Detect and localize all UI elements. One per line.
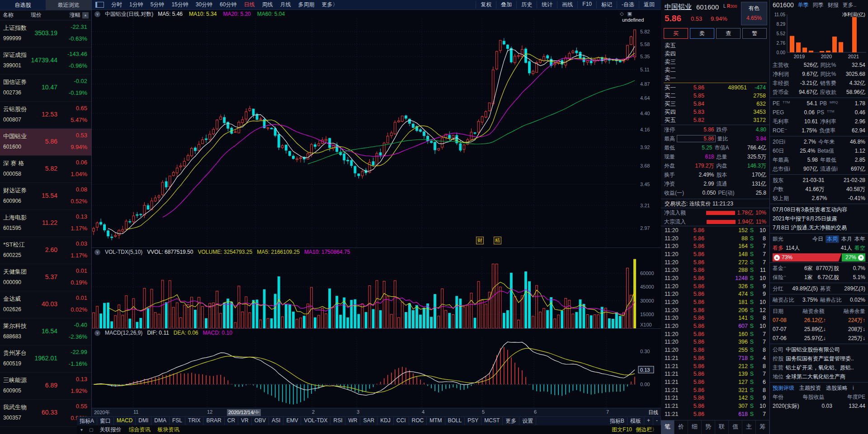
diamond-icon[interactable]: ◇ [620, 11, 627, 16]
net-profit-chart[interactable]: 11.058.295.522.760.00净利润(亿)201920202021 [770, 10, 868, 61]
watchlist-row[interactable]: *ST松江6002252.600.031.17% [0, 237, 91, 264]
window-icon[interactable]: ▢ [89, 427, 93, 432]
quote-tab-价[interactable]: 价 [675, 420, 688, 434]
sector-badge[interactable]: 有色 4.65% [741, 2, 767, 25]
news-line[interactable]: 07月08日有3条投资者互动内容 [770, 205, 868, 214]
date-tick[interactable]: 11 [133, 409, 138, 415]
macd-chart[interactable]: 0.300.130.00 [92, 338, 661, 408]
indicator-VR[interactable]: VR [238, 417, 252, 425]
volume-chart[interactable]: 60000450003000015000X100 [92, 257, 661, 328]
collapse-chevron-icon[interactable]: ∨ [94, 249, 100, 255]
quote-tab-细[interactable]: 细 [688, 420, 702, 434]
tool-叠加[interactable]: 叠加 [496, 1, 516, 9]
collapse-chevron-icon[interactable]: ∨ [94, 330, 100, 336]
indicator--[interactable]: - [653, 417, 661, 425]
sort-icon[interactable]: ▲ [82, 12, 89, 19]
indicator-VOL-TDX[interactable]: VOL-TDX [301, 417, 330, 425]
date-axis[interactable]: 日线 2020年11122020/12/14/一1234567 [92, 408, 661, 417]
indicator-PSY[interactable]: PSY [465, 417, 481, 425]
watchlist-row[interactable]: 云铝股份00080712.530.655.47% [0, 102, 91, 129]
period-周线[interactable]: 周线 [258, 1, 276, 9]
period-日线[interactable]: 日线 [240, 1, 258, 9]
quote-tab-势[interactable]: 势 [702, 420, 715, 434]
status-关联报价[interactable]: 关联报价 [99, 426, 121, 434]
button-卖[interactable]: 卖 [690, 28, 714, 39]
news-line[interactable]: 2021年中报于8月25日披露 [770, 214, 868, 223]
sidepanel-link[interactable]: 侧边栏〉 [636, 426, 657, 434]
quote-tab-主[interactable]: 主 [742, 420, 756, 434]
watchlist-row[interactable]: 莱尔科技68868316.54-0.40-2.36% [0, 318, 91, 345]
event-marker-财[interactable]: 财 [476, 237, 484, 244]
indicator-BOLL[interactable]: BOLL [445, 417, 465, 425]
indicator-RSI[interactable]: RSI [330, 417, 345, 425]
f10-link[interactable]: 图文F10 [612, 426, 632, 434]
watchlist-row[interactable]: 国信证券00273610.47-0.02-0.19% [0, 75, 91, 102]
watchlist-row[interactable]: 金达威00262640.030.010.02% [0, 291, 91, 318]
link-i[interactable]: i [853, 385, 854, 391]
indicator-窗口[interactable]: 窗口 [97, 417, 114, 425]
col-change[interactable]: 涨幅 [70, 11, 80, 19]
indicator-WR[interactable]: WR [345, 417, 360, 425]
date-tick[interactable]: 7 [606, 409, 609, 415]
kline-chart[interactable]: 5.825.585.355.114.874.644.404.163.923.68… [92, 18, 661, 247]
date-tick[interactable]: 2 [312, 409, 315, 415]
indicator-CCI[interactable]: CCI [394, 417, 409, 425]
indicator-ASI[interactable]: ASI [269, 417, 283, 425]
quote-tab-联[interactable]: 联 [715, 420, 729, 434]
col-price[interactable]: 现价 [14, 11, 42, 19]
indicator-EMV[interactable]: EMV [283, 417, 301, 425]
date-tick[interactable]: 6 [534, 409, 537, 415]
tool-画线[interactable]: 画线 [557, 1, 577, 9]
quote-stock-name[interactable]: 中国铝业 [665, 3, 692, 11]
chart-corner-icons[interactable]: ◇▣ [620, 11, 636, 17]
link-预测评级[interactable]: 预测评级 [773, 384, 794, 392]
quote-tab-筹[interactable]: 筹 [756, 420, 769, 434]
indicator-MCST[interactable]: MCST [481, 417, 503, 425]
indicator-模板[interactable]: 模板 [627, 417, 644, 425]
period-5分钟[interactable]: 5分钟 [147, 1, 168, 9]
tick-list[interactable]: 11:205.86152S1011:205.8688S811:205.86164… [661, 226, 769, 418]
split-window-icon[interactable]: ▣ [627, 11, 636, 16]
indicator-ROC[interactable]: ROC [409, 417, 427, 425]
period-1分钟[interactable]: 1分钟 [126, 1, 147, 9]
link-选股策略[interactable]: 选股策略 [826, 384, 848, 392]
quote-tab-值[interactable]: 值 [729, 420, 742, 434]
period-多周期[interactable]: 多周期 [294, 1, 318, 9]
f10-tab-财报[interactable]: 财报 [828, 1, 839, 9]
layout-icon[interactable] [95, 2, 104, 8]
f10-tab-更多..[interactable]: 更多.. [843, 1, 857, 9]
indicator-KDJ[interactable]: KDJ [377, 417, 394, 425]
indicator-FSL[interactable]: FSL [170, 417, 185, 425]
date-tick[interactable]: 3 [357, 409, 359, 415]
period-更多〉[interactable]: 更多〉 [318, 1, 341, 9]
indicator-OBV[interactable]: OBV [252, 417, 269, 425]
indicator-+[interactable]: + [644, 417, 653, 425]
watchlist-row[interactable]: 天健集团0000905.370.010.19% [0, 264, 91, 291]
tool--自选[interactable]: -自选 [617, 1, 639, 9]
watchlist-row[interactable]: 贵州茅台6005191962.01-22.99-1.16% [0, 345, 91, 373]
f10-tab-单季[interactable]: 单季 [798, 1, 809, 9]
tool-复权[interactable]: 复权 [476, 1, 496, 9]
indicator-更多[interactable]: 更多 [503, 417, 519, 425]
indicator-设置[interactable]: 设置 [519, 417, 536, 425]
tool-历史[interactable]: 历史 [516, 1, 537, 9]
button-警[interactable]: 警 [742, 28, 767, 39]
tab-recent[interactable]: 最近浏览 [46, 0, 91, 10]
indicator-CR[interactable]: CR [225, 417, 238, 425]
indicator-指标B[interactable]: 指标B [607, 417, 627, 425]
news-line[interactable]: 7月8日 沪股通,无大净额的交易 [770, 223, 868, 232]
date-tick[interactable]: 4 [422, 409, 425, 415]
date-tick[interactable]: 1 [255, 409, 258, 415]
status-综合资讯[interactable]: 综合资讯 [128, 426, 150, 434]
watchlist-row[interactable]: 三峡能源6009056.890.131.92% [0, 373, 91, 400]
watchlist-row[interactable]: 深证成指39900114739.44-143.46-0.96% [0, 47, 91, 75]
button-查[interactable]: 查 [716, 28, 741, 39]
tool-返回[interactable]: 返回 [639, 1, 659, 9]
period-15分钟[interactable]: 15分钟 [168, 1, 192, 9]
indicator-DMA[interactable]: DMA [151, 417, 170, 425]
watchlist-row[interactable]: 上证指数9999993503.19-22.31-0.63% [0, 20, 91, 47]
collapse-icon[interactable]: ▾ [80, 427, 83, 432]
watchlist-row[interactable]: 中国铝业6016005.860.539.94% [0, 129, 91, 156]
indicator-DMI[interactable]: DMI [136, 417, 151, 425]
watchlist-row[interactable]: 财达证券60090615.540.080.52% [0, 183, 91, 210]
